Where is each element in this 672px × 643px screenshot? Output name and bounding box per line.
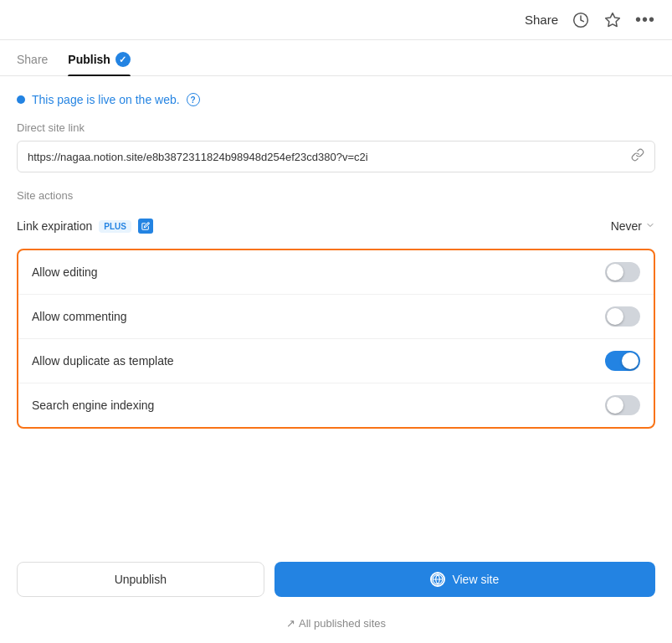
tab-share[interactable]: Share (17, 40, 48, 75)
more-options-icon[interactable]: ••• (635, 10, 655, 29)
plus-badge: PLUS (99, 220, 131, 233)
allow-editing-toggle[interactable] (605, 262, 640, 282)
allow-commenting-label: Allow commenting (32, 310, 127, 323)
toggle-knob (607, 397, 623, 414)
site-actions-label: Site actions (17, 189, 655, 202)
toggle-knob (607, 264, 623, 280)
svg-marker-1 (606, 13, 620, 26)
link-expiration-dropdown[interactable]: Never (611, 219, 655, 233)
link-expiration-left: Link expiration PLUS (17, 219, 153, 234)
search-indexing-toggle[interactable] (605, 395, 640, 415)
copy-link-icon[interactable] (631, 148, 644, 165)
tab-share-label: Share (17, 53, 48, 66)
publish-content: This page is live on the web. ? Direct s… (0, 76, 672, 548)
tab-publish[interactable]: Publish ✓ (68, 40, 131, 75)
edit-icon[interactable] (138, 219, 153, 234)
live-text: This page is live on the web. (32, 93, 180, 106)
option-allow-editing: Allow editing (18, 250, 654, 295)
help-icon[interactable]: ? (187, 93, 200, 106)
search-indexing-label: Search engine indexing (32, 399, 154, 412)
options-box: Allow editing Allow commenting Allow dup… (17, 249, 655, 429)
unpublish-button[interactable]: Unpublish (17, 562, 264, 597)
link-expiration-row: Link expiration PLUS Never (17, 210, 655, 242)
publish-check-icon: ✓ (115, 52, 131, 67)
topbar-share-label[interactable]: Share (525, 13, 558, 27)
publish-panel: Share Publish ✓ This page is live on the… (0, 40, 672, 643)
direct-link-input[interactable]: https://nagaa.notion.site/e8b3872311824b… (17, 141, 655, 172)
toggle-knob (622, 352, 639, 369)
tab-publish-label: Publish (68, 53, 110, 66)
all-sites-label: All published sites (299, 617, 386, 630)
link-expiration-label: Link expiration (17, 219, 92, 233)
bottom-actions: Unpublish View site (0, 548, 672, 610)
view-site-label: View site (452, 573, 499, 586)
arrow-icon: ↗ (286, 617, 295, 630)
star-icon[interactable] (603, 11, 622, 29)
live-indicator: This page is live on the web. ? (17, 93, 655, 106)
live-dot (17, 95, 25, 104)
top-bar: Share ••• (0, 0, 672, 40)
view-site-button[interactable]: View site (274, 562, 655, 597)
chevron-down-icon (645, 220, 655, 232)
history-icon[interactable] (572, 11, 590, 29)
toggle-knob (607, 308, 623, 325)
direct-link-url: https://nagaa.notion.site/e8b3872311824b… (28, 151, 624, 163)
tab-bar: Share Publish ✓ (0, 40, 672, 76)
allow-duplicate-label: Allow duplicate as template (32, 354, 174, 368)
globe-icon (430, 572, 445, 587)
allow-duplicate-toggle[interactable] (605, 351, 640, 371)
option-search-indexing: Search engine indexing (18, 383, 654, 427)
option-allow-commenting: Allow commenting (18, 295, 654, 339)
allow-editing-label: Allow editing (32, 265, 98, 279)
allow-commenting-toggle[interactable] (605, 306, 640, 327)
link-expiration-value: Never (611, 219, 642, 233)
option-allow-duplicate: Allow duplicate as template (18, 339, 654, 383)
all-published-sites-link[interactable]: ↗ All published sites (0, 610, 672, 643)
direct-link-label: Direct site link (17, 121, 655, 134)
